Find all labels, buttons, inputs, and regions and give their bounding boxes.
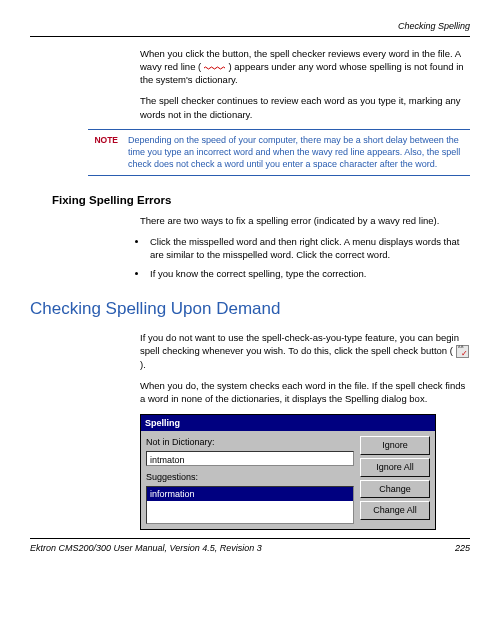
demand-p1-text-a: If you do not want to use the spell-chec… [140,332,459,356]
spellcheck-icon [456,345,469,358]
change-all-button[interactable]: Change All [360,501,430,520]
ignore-button[interactable]: Ignore [360,436,430,455]
demand-heading: Checking Spelling Upon Demand [30,297,470,321]
fixing-bullet-list: Click the misspelled word and then right… [148,235,470,281]
dialog-title: Spelling [141,415,435,432]
note-rule-top [88,129,470,130]
list-item: If you know the correct spelling, type t… [148,267,470,280]
intro-paragraph-2: The spell checker continues to review ea… [140,94,470,121]
demand-paragraph-2: When you do, the system checks each word… [140,379,470,406]
note-text: Depending on the speed of your computer,… [128,134,470,170]
footer-manual-title: Ektron CMS200/300 User Manual, Version 4… [30,542,262,555]
footer-rule [30,538,470,539]
header-rule [30,36,470,37]
list-item: Click the misspelled word and then right… [148,235,470,262]
page-number: 225 [455,542,470,555]
not-in-dictionary-label: Not in Dictionary: [146,436,354,449]
not-in-dictionary-field[interactable]: intmaton [146,451,354,466]
wavy-red-line-icon [204,64,226,70]
suggestions-label: Suggestions: [146,471,354,484]
suggestions-listbox[interactable]: information [146,486,354,524]
ignore-all-button[interactable]: Ignore All [360,458,430,477]
intro-paragraph-1: When you click the button, the spell che… [140,47,470,87]
demand-paragraph-1: If you do not want to use the spell-chec… [140,331,470,372]
note-rule-bottom [88,175,470,176]
spelling-dialog: Spelling Not in Dictionary: intmaton Sug… [140,414,436,530]
change-button[interactable]: Change [360,480,430,499]
fixing-heading: Fixing Spelling Errors [52,192,470,208]
suggestion-item-selected[interactable]: information [147,487,353,502]
header-section-label: Checking Spelling [30,20,470,33]
note-block: NOTE Depending on the speed of your comp… [88,134,470,170]
note-label: NOTE [88,134,128,170]
page-footer: Ektron CMS200/300 User Manual, Version 4… [30,542,470,555]
demand-p1-text-b: ). [140,359,146,370]
fixing-intro: There are two ways to fix a spelling err… [140,214,470,227]
